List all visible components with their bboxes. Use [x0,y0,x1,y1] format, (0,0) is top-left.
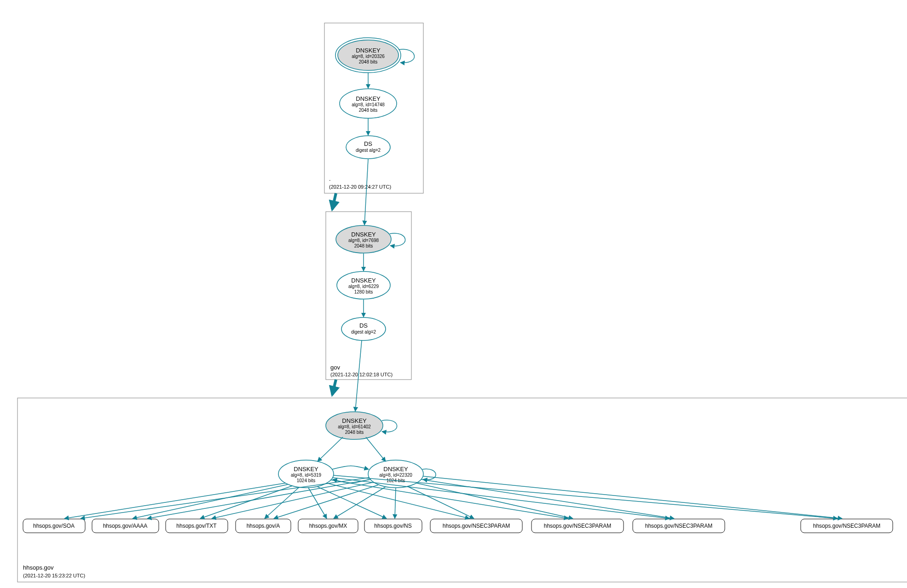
svg-text:DNSKEY: DNSKEY [356,95,381,102]
node-hhsops-ksk: DNSKEY alg=8, id=61402 2048 bits [326,412,383,439]
svg-text:hhsops.gov/NSEC3PARAM: hhsops.gov/NSEC3PARAM [813,523,881,529]
svg-text:hhsops.gov/AAAA: hhsops.gov/AAAA [103,523,148,529]
svg-text:DNSKEY: DNSKEY [351,231,376,238]
node-gov-ds: DS digest alg=2 [341,317,386,340]
svg-text:DS: DS [359,322,368,329]
edge-delegation-root-gov [332,193,336,209]
node-gov-ksk: DNSKEY alg=8, id=7698 2048 bits [336,225,391,253]
svg-text:alg=8, id=20326: alg=8, id=20326 [352,54,385,59]
node-root-ds: DS digest alg=2 [346,136,390,159]
zone-hhsops: hhsops.gov (2021-12-20 15:23:22 UTC) DNS… [17,340,907,582]
svg-text:alg=8, id=5319: alg=8, id=5319 [291,473,322,478]
svg-text:2048 bits: 2048 bits [354,243,373,248]
svg-text:hhsops.gov/NSEC3PARAM: hhsops.gov/NSEC3PARAM [645,523,713,529]
zone-root-time: (2021-12-20 09:24:27 UTC) [329,184,391,190]
svg-text:alg=8, id=14748: alg=8, id=14748 [352,102,385,107]
node-root-zsk: DNSKEY alg=8, id=14748 2048 bits [340,89,397,118]
svg-text:DNSKEY: DNSKEY [294,466,318,473]
svg-text:hhsops.gov/NS: hhsops.gov/NS [374,523,411,529]
zone-hhsops-time: (2021-12-20 15:23:22 UTC) [23,573,85,578]
svg-text:alg=8, id=22320: alg=8, id=22320 [379,473,412,478]
zone-gov-name: gov [330,364,340,371]
svg-rect-25 [17,398,907,582]
svg-text:DNSKEY: DNSKEY [356,47,381,54]
edge-delegation-gov-hhsops [332,380,336,395]
svg-text:hhsops.gov/NSEC3PARAM: hhsops.gov/NSEC3PARAM [544,523,612,529]
svg-text:DNSKEY: DNSKEY [342,417,367,424]
rr-row: hhsops.gov/SOA hhsops.gov/AAAA hhsops.go… [23,519,893,533]
svg-text:DS: DS [364,140,372,147]
edge-hhsops-ksk-zsk1 [318,437,343,461]
svg-text:2048 bits: 2048 bits [359,59,378,64]
svg-text:1280 bits: 1280 bits [354,289,373,294]
edge-gov-ksk-self [390,233,405,246]
svg-text:DNSKEY: DNSKEY [351,277,376,284]
svg-text:hhsops.gov/SOA: hhsops.gov/SOA [33,523,75,529]
svg-text:digest alg=2: digest alg=2 [351,329,376,334]
node-gov-zsk: DNSKEY alg=8, id=6229 1280 bits [337,271,390,299]
zone-root: . (2021-12-20 09:24:27 UTC) DNSKEY alg=8… [324,23,423,193]
svg-text:2048 bits: 2048 bits [345,430,364,435]
edge-hhsops-ksk-self [382,420,397,432]
edge-hhsops-ksk-zsk2 [366,437,386,461]
svg-text:hhsops.gov/A: hhsops.gov/A [247,523,280,529]
node-root-ksk: DNSKEY alg=8, id=20326 2048 bits [335,38,401,73]
svg-point-10 [346,136,390,159]
svg-text:alg=8, id=61402: alg=8, id=61402 [338,424,371,429]
zone-root-name: . [329,175,331,182]
edge-zsk1-zsk2 [332,466,369,470]
node-hhsops-zsk2: DNSKEY alg=8, id=22320 1024 bits [368,460,423,488]
edge-root-ds-gov-ksk [364,159,368,225]
svg-text:digest alg=2: digest alg=2 [356,148,381,153]
zone-hhsops-name: hhsops.gov [23,564,54,571]
svg-point-22 [341,317,386,340]
edge-zsk2-loop [422,469,436,479]
svg-text:hhsops.gov/MX: hhsops.gov/MX [309,523,347,529]
dnssec-chain-diagram: . (2021-12-20 09:24:27 UTC) DNSKEY alg=8… [9,9,907,588]
zone-gov: gov (2021-12-20 12:02:18 UTC) DNSKEY alg… [326,159,411,380]
edges-zsk1-rr [64,475,838,519]
svg-text:alg=8, id=6229: alg=8, id=6229 [348,284,379,289]
svg-text:1024 bits: 1024 bits [297,478,316,483]
svg-text:2048 bits: 2048 bits [359,108,378,113]
svg-text:hhsops.gov/NSEC3PARAM: hhsops.gov/NSEC3PARAM [443,523,510,529]
svg-text:DNSKEY: DNSKEY [383,466,408,473]
svg-text:alg=8, id=7698: alg=8, id=7698 [348,238,379,243]
svg-text:hhsops.gov/TXT: hhsops.gov/TXT [176,523,217,529]
zone-gov-time: (2021-12-20 12:02:18 UTC) [330,372,393,377]
